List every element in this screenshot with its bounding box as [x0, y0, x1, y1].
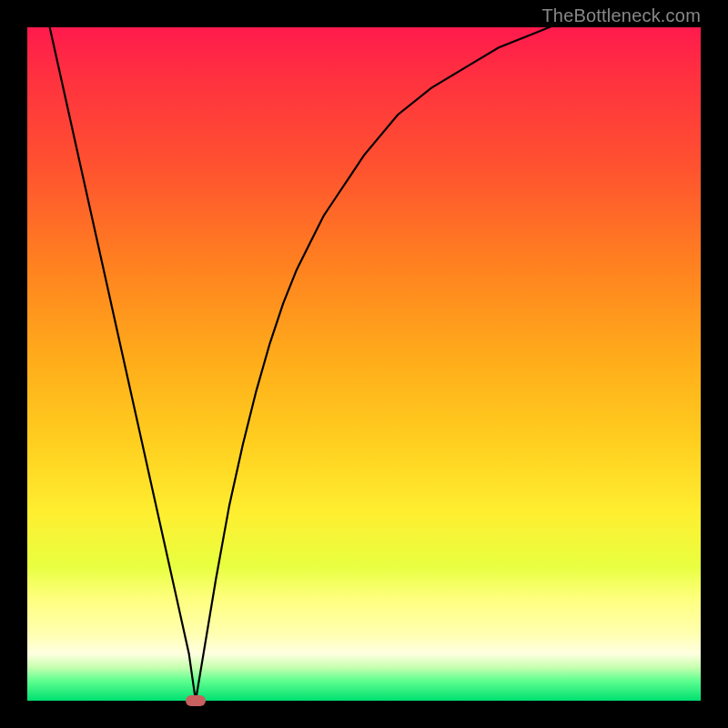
chart-plot-area — [27, 27, 701, 701]
chart-curve — [27, 27, 701, 701]
attribution-label: TheBottleneck.com — [541, 5, 701, 26]
optimum-marker — [186, 695, 206, 706]
chart-container: TheBottleneck.com — [0, 0, 728, 728]
